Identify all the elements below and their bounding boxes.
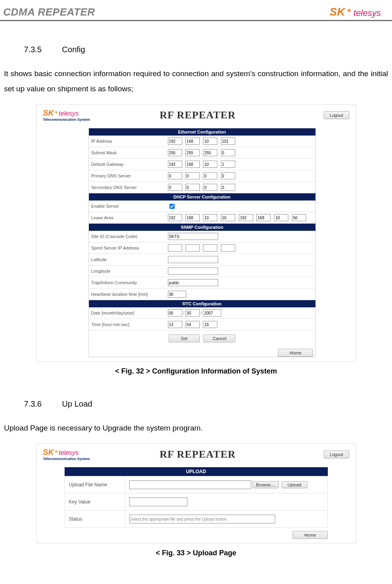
doc-title: CDMA REPEATER [3,6,95,18]
sprint-4[interactable] [221,244,235,252]
home-button[interactable]: Home [278,349,313,357]
config-panel: Ethernet Configuration IP Address . . . … [89,128,316,357]
subnet-label: Subnet Mask [89,147,165,159]
trap-input[interactable] [168,279,218,286]
lease-b4[interactable] [292,214,306,221]
section2-body: Upload Page is necessary to Upgrade the … [4,421,388,436]
heartbeat-label: Heartbeat duration time [min] [89,289,165,300]
heartbeat-input[interactable] [168,291,186,298]
pdns-1[interactable] [168,172,182,179]
key-value-input[interactable] [129,497,187,506]
date-year[interactable] [203,309,221,317]
pdns-4[interactable] [221,172,235,179]
upload-filename-input[interactable] [129,480,251,489]
gw-4[interactable] [221,161,235,168]
gw-2[interactable] [185,161,200,168]
site-id-label: Site ID (Cascade Code) [89,231,165,242]
logout-button[interactable]: Logout [324,111,349,119]
rtc-bar: RTC Configuration [89,300,315,307]
time-hour[interactable] [168,321,182,328]
section-heading-upload: 7.3.6 Up Load [24,399,388,409]
embed-logo-telesys: telesys [59,110,79,117]
embed-logo-sub: Telecommunication System [43,118,90,122]
ip-octet-4[interactable] [221,138,235,145]
ip-label: IP Address [89,136,165,147]
lease-a1[interactable] [168,214,182,221]
time-sec[interactable] [203,321,217,328]
fig33-caption: < Fig. 33 > Upload Page [4,549,388,557]
upload-name-label: Upload File Name [65,476,125,494]
date-label: Date [month/day/year] [89,307,165,319]
lease-b3[interactable] [274,214,288,221]
status-label: Status [65,511,125,528]
upload-button[interactable]: Upload [282,481,307,488]
subnet-1[interactable] [168,149,182,156]
lease-a2[interactable] [185,214,200,221]
sdns-label: Secondary DNS Server [89,182,165,193]
lease-b2[interactable] [256,214,271,221]
latitude-input[interactable] [168,256,218,263]
trap-label: Trap/Inform Community [89,277,165,289]
embed-logo-telesys: telesys [59,449,79,456]
section-number: 7.3.6 [24,399,60,409]
section-title: Up Load [62,399,93,408]
pdns-3[interactable] [203,172,217,179]
lease-a4[interactable] [221,214,235,221]
status-readonly [129,515,275,523]
longitude-label: Longitude [89,265,165,277]
sdns-1[interactable] [168,184,182,191]
logout-button[interactable]: Logout [324,450,349,458]
date-month[interactable] [168,309,182,317]
fig33-screenshot: SK ✶ telesys Telecommunication System RF… [36,443,356,543]
section-title: Config [62,45,85,54]
key-value-label: Key Value [65,494,125,511]
logo-telesys-text: telesys [354,8,381,18]
subnet-4[interactable] [221,149,235,156]
set-button[interactable]: Set [169,334,200,342]
butterfly-icon: ✶ [54,449,58,454]
subnet-2[interactable] [185,149,200,156]
ip-field: . . . [165,136,315,147]
ethernet-bar: Ethernet Configuration [89,128,315,136]
pdns-label: Primary DNS Server [89,170,165,182]
upload-bar: UPLOAD [65,467,328,476]
butterfly-icon: ✶ [346,6,352,15]
pdns-2[interactable] [185,172,200,179]
logo-sk-text: SK [330,6,345,18]
page-header: CDMA REPEATER SK ✶ telesys [0,0,392,21]
home-button[interactable]: Home [293,531,327,539]
time-label: Time [hour:min:sec] [89,319,165,330]
lease-label: Lease Area [89,212,165,224]
sprint-1[interactable] [168,244,182,252]
ip-octet-3[interactable] [203,138,217,145]
gw-1[interactable] [168,161,182,168]
gw-3[interactable] [203,161,217,168]
brand-logo: SK ✶ telesys [330,6,381,18]
site-id-input[interactable] [168,233,218,240]
ip-octet-2[interactable] [185,138,200,145]
embed-logo-sk: SK [43,108,54,118]
lease-a3[interactable] [203,214,217,221]
enable-server-checkbox[interactable] [169,204,175,209]
sdns-3[interactable] [203,184,217,191]
fig32-caption: < Fig. 32 > Configuration Information of… [4,367,388,376]
upload-panel: UPLOAD Upload File Name Browse… Upload K… [65,467,328,528]
longitude-input[interactable] [168,267,218,275]
date-day[interactable] [185,309,200,317]
sdns-4[interactable] [221,184,235,191]
ip-octet-1[interactable] [168,138,182,145]
embed-app-title: RF REPEATER [90,109,305,121]
sprint-3[interactable] [203,244,217,252]
snmp-bar: SNMP Configuration [89,224,315,231]
section-number: 7.3.5 [24,45,60,54]
sprint-2[interactable] [185,244,200,252]
sdns-2[interactable] [185,184,200,191]
time-min[interactable] [185,321,200,328]
subnet-3[interactable] [203,149,217,156]
browse-button[interactable]: Browse… [252,481,279,488]
lease-b1[interactable] [239,214,253,221]
embed-logo-sub: Telecommunication System [43,457,90,461]
embed-logo: SK ✶ telesys Telecommunication System [43,448,90,461]
cancel-button[interactable]: Cancel [203,334,235,342]
enable-server-label: Enable Server [89,201,165,212]
